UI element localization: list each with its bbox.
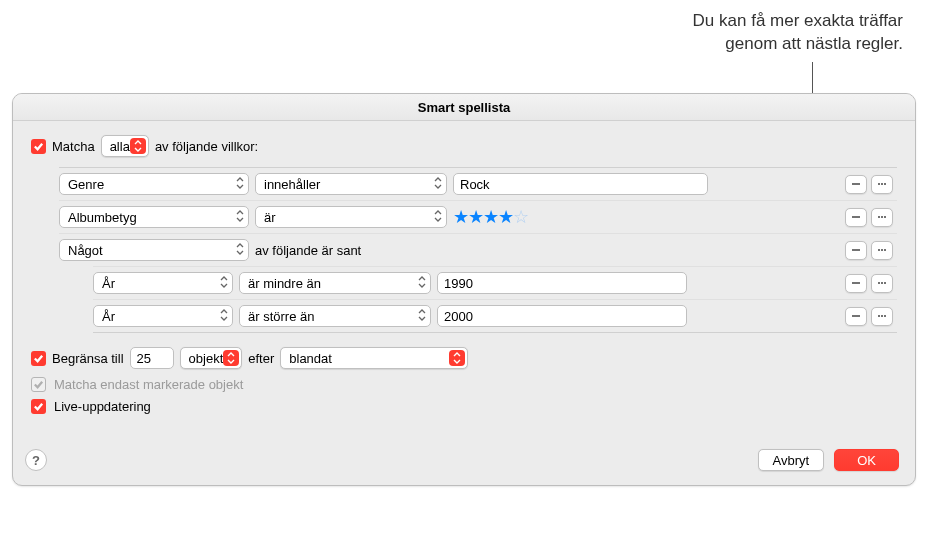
updown-icon [236,177,244,192]
rule-operator-select[interactable]: är [255,206,447,228]
star-empty-icon: ☆ [513,206,528,228]
match-checkbox[interactable] [31,139,46,154]
rule-options-button[interactable] [871,208,893,227]
updown-icon [434,210,442,225]
rule-operator-select[interactable]: är mindre än [239,272,431,294]
live-update-checkbox[interactable] [31,399,46,414]
remove-rule-button[interactable] [845,175,867,194]
checked-only-checkbox [31,377,46,392]
rules-list: Genre innehåller [31,167,897,333]
updown-icon [418,309,426,324]
ellipsis-icon [876,244,888,256]
rule-field-select[interactable]: Genre [59,173,249,195]
window-title: Smart spellista [13,94,915,121]
svg-point-2 [884,183,886,185]
rule-row-nested: År är större än [93,299,897,333]
ellipsis-icon [876,211,888,223]
minus-icon [850,211,862,223]
limit-row: Begränsa till objekt efter blandat [31,347,897,369]
rule-value-input[interactable] [437,272,687,294]
help-button[interactable]: ? [25,449,47,471]
updown-icon [130,138,146,154]
remove-rule-button[interactable] [845,307,867,326]
svg-point-1 [881,183,883,185]
limit-label: Begränsa till [52,351,124,366]
rule-operator-select[interactable]: är större än [239,305,431,327]
match-mode-popup[interactable]: alla [101,135,149,157]
match-label-after: av följande villkor: [155,139,258,154]
limit-unit-value: objekt [189,351,224,366]
rule-row: Genre innehåller [59,167,897,200]
limit-checkbox[interactable] [31,351,46,366]
svg-point-13 [881,315,883,317]
svg-point-8 [884,249,886,251]
updown-icon [449,350,465,366]
rule-row: Albumbetyg är ★ ★ ★ ★ ☆ [59,200,897,233]
minus-icon [850,178,862,190]
limit-unit-popup[interactable]: objekt [180,347,243,369]
svg-point-0 [878,183,880,185]
checked-only-label: Matcha endast markerade objekt [54,377,243,392]
rule-options-button[interactable] [871,307,893,326]
minus-icon [850,244,862,256]
rule-options-button[interactable] [871,175,893,194]
svg-point-14 [884,315,886,317]
updown-icon [418,276,426,291]
annotation-line1: Du kan få mer exakta träffar [693,11,903,30]
rule-field-value: Albumbetyg [68,210,137,225]
rule-operator-value: innehåller [264,177,320,192]
ellipsis-icon [876,178,888,190]
star-icon: ★ [468,206,483,228]
remove-rule-button[interactable] [845,208,867,227]
svg-point-9 [878,282,880,284]
help-icon: ? [32,453,40,468]
dialog-content: Matcha alla av följande villkor: Genre [13,121,915,435]
ellipsis-icon [876,310,888,322]
rule-options-button[interactable] [871,241,893,260]
cancel-button[interactable]: Avbryt [758,449,825,471]
svg-point-5 [884,216,886,218]
live-update-row: Live-uppdatering [31,399,897,414]
updown-icon [220,309,228,324]
star-icon: ★ [453,206,468,228]
updown-icon [223,350,239,366]
rule-operator-select[interactable]: innehåller [255,173,447,195]
rule-row-nested: År är mindre än [93,266,897,299]
remove-rule-button[interactable] [845,241,867,260]
limit-count-input[interactable] [130,347,174,369]
svg-point-12 [878,315,880,317]
svg-point-7 [881,249,883,251]
ellipsis-icon [876,277,888,289]
annotation-callout: Du kan få mer exakta träffar genom att n… [693,10,903,56]
rule-value-input[interactable] [437,305,687,327]
rule-field-select[interactable]: År [93,272,233,294]
match-label-before: Matcha [52,139,95,154]
limit-by-value: blandat [289,351,332,366]
remove-rule-button[interactable] [845,274,867,293]
updown-icon [434,177,442,192]
rule-field-select[interactable]: År [93,305,233,327]
annotation-line2: genom att nästla regler. [725,34,903,53]
rule-value-input[interactable] [453,173,708,195]
svg-point-10 [881,282,883,284]
minus-icon [850,277,862,289]
updown-icon [220,276,228,291]
svg-point-6 [878,249,880,251]
star-rating[interactable]: ★ ★ ★ ★ ☆ [453,206,528,228]
ok-button[interactable]: OK [834,449,899,471]
rule-operator-value: är [264,210,276,225]
rule-operator-value: är mindre än [248,276,321,291]
limit-by-popup[interactable]: blandat [280,347,468,369]
rule-field-select[interactable]: Albumbetyg [59,206,249,228]
checked-only-row: Matcha endast markerade objekt [31,377,897,392]
rule-field-value: Något [68,243,103,258]
svg-point-11 [884,282,886,284]
rule-options-button[interactable] [871,274,893,293]
group-suffix-text: av följande är sant [255,243,361,258]
updown-icon [236,243,244,258]
star-icon: ★ [498,206,513,228]
rule-row-group: Något av följande är sant [59,233,897,266]
rule-field-select[interactable]: Något [59,239,249,261]
live-update-label: Live-uppdatering [54,399,151,414]
match-mode-value: alla [110,139,130,154]
